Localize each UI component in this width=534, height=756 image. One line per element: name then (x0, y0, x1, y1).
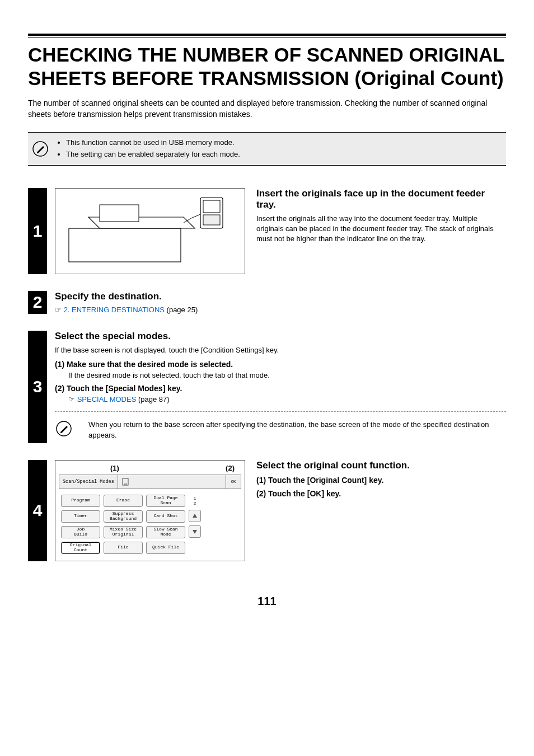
step3-sub1: (1) Make sure that the desired mode is s… (55, 360, 506, 379)
arrow-down-icon (192, 529, 198, 534)
note-list: This function cannot be used in USB memo… (57, 137, 240, 161)
step3-pageref: (page 87) (136, 395, 169, 403)
ok-button[interactable]: OK (226, 475, 241, 489)
intro-paragraph: The number of scanned original sheets ca… (28, 98, 506, 120)
note-item: The setting can be enabled separately fo… (66, 149, 240, 161)
feeder-illustration-frame (55, 188, 245, 274)
document-icon (121, 478, 130, 486)
step-1: 1 Insert the originals face up i (28, 188, 506, 274)
topbar-spacer (118, 475, 226, 489)
dual-page-scan-button[interactable]: Dual Page Scan (146, 495, 185, 507)
arrow-up-icon (192, 513, 198, 519)
page-number: 111 (28, 595, 506, 608)
callout-2: (2) (226, 464, 235, 472)
step-number: 2 (28, 291, 47, 314)
pointer-icon: ☞ (55, 306, 62, 314)
step-number: 4 (28, 460, 47, 561)
pointer-icon: ☞ (68, 395, 75, 403)
mixed-size-original-button[interactable]: Mixed Size Original (104, 526, 143, 538)
callout-row: (1) (2) (59, 464, 241, 472)
job-build-button[interactable]: Job Build (61, 526, 100, 538)
scan-special-modes-tab[interactable]: Scan/Special Modes (59, 475, 118, 489)
step3-text: If the base screen is not displayed, tou… (55, 345, 506, 355)
note-item: This function cannot be used in USB memo… (66, 137, 240, 149)
suppress-background-button[interactable]: Suppress Background (104, 510, 143, 523)
program-button[interactable]: Program (61, 495, 100, 507)
panel-body: Program Timer Job Build Original Count E… (59, 489, 241, 557)
page-title: CHECKING THE NUMBER OF SCANNED ORIGINAL … (28, 43, 506, 90)
svg-rect-3 (100, 205, 139, 222)
erase-button[interactable]: Erase (104, 495, 143, 507)
step1-heading: Insert the originals face up in the docu… (256, 188, 506, 210)
file-button[interactable]: File (104, 542, 143, 554)
step3-sub1-head: (1) Make sure that the desired mode is s… (55, 360, 506, 369)
step2-heading: Specify the destination. (55, 291, 506, 302)
page-indicator: 1 2 (194, 495, 196, 506)
step3-heading: Select the special modes. (55, 331, 506, 342)
step4-sub2: (2) Touch the [OK] key. (256, 489, 410, 498)
card-shot-button[interactable]: Card Shot (146, 510, 185, 523)
pencil-icon (31, 140, 49, 158)
title-rule (28, 34, 506, 37)
panel-topbar: Scan/Special Modes OK (59, 475, 241, 489)
step3-link-ref: ☞ SPECIAL MODES (page 87) (68, 395, 506, 403)
original-count-button[interactable]: Original Count (61, 542, 100, 554)
timer-button[interactable]: Timer (61, 510, 100, 523)
svg-rect-6 (203, 215, 220, 225)
panel-col-1: Program Timer Job Build Original Count (61, 495, 100, 554)
panel-col-3: Dual Page Scan Card Shot Slow Scan Mode … (146, 495, 185, 554)
dashed-divider (55, 411, 506, 412)
svg-marker-11 (193, 530, 197, 534)
feeder-illustration (59, 192, 241, 270)
step-4: 4 (1) (2) Scan/Special Modes OK Program (28, 460, 506, 561)
step-number: 1 (28, 188, 47, 274)
callout-1: (1) (110, 464, 119, 472)
panel-side-column: 1 2 (189, 495, 201, 554)
step3-sub2: (2) Touch the [Special Modes] key. ☞ SPE… (55, 384, 506, 403)
step-3: 3 Select the special modes. If the base … (28, 331, 506, 443)
pencil-icon (55, 420, 73, 438)
special-modes-link[interactable]: SPECIAL MODES (77, 395, 137, 403)
step-2: 2 Specify the destination. ☞ 2. ENTERING… (28, 291, 506, 314)
step4-heading: Select the original count function. (256, 460, 410, 471)
special-modes-panel: (1) (2) Scan/Special Modes OK Program Ti… (55, 460, 245, 561)
step2-link-ref: ☞ 2. ENTERING DESTINATIONS (page 25) (55, 306, 506, 314)
panel-col-2: Erase Suppress Background Mixed Size Ori… (104, 495, 143, 554)
svg-rect-5 (203, 200, 220, 213)
note-box: This function cannot be used in USB memo… (28, 132, 506, 166)
quick-file-button[interactable]: Quick File (146, 542, 185, 554)
step3-note-text: When you return to the base screen after… (88, 420, 506, 441)
step2-pageref: (page 25) (165, 306, 198, 314)
slow-scan-mode-button[interactable]: Slow Scan Mode (146, 526, 185, 538)
step3-sub1-text: If the desired mode is not selected, tou… (68, 371, 506, 379)
scroll-down-button[interactable] (189, 525, 201, 538)
svg-marker-10 (193, 514, 197, 518)
entering-destinations-link[interactable]: 2. ENTERING DESTINATIONS (64, 306, 165, 314)
svg-rect-1 (69, 228, 181, 262)
step1-text: Insert the originals all the way into th… (256, 214, 506, 245)
step3-note: When you return to the base screen after… (55, 420, 506, 443)
step-number: 3 (28, 331, 47, 443)
scroll-up-button[interactable] (189, 510, 201, 522)
step3-sub2-head: (2) Touch the [Special Modes] key. (55, 384, 506, 393)
step4-sub1: (1) Touch the [Original Count] key. (256, 476, 410, 485)
